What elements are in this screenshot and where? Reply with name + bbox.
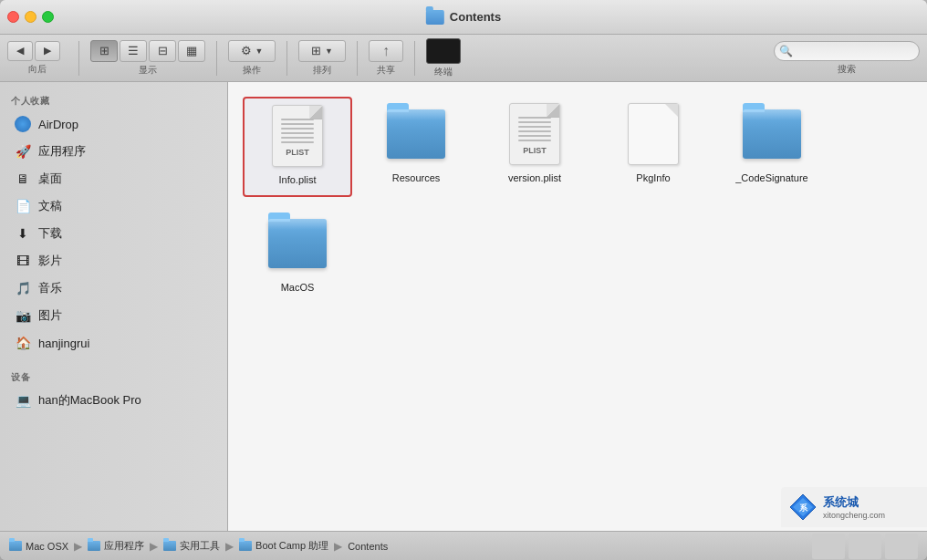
sidebar: 个人收藏 AirDrop 🚀 应用程序 🖥 桌面 xyxy=(0,82,228,531)
sidebar-devices-header: 设备 xyxy=(0,366,227,387)
sidebar-item-airdrop[interactable]: AirDrop xyxy=(4,111,224,137)
breadcrumb-bootcamp[interactable]: Boot Camp 助理 xyxy=(239,539,328,553)
sidebar-item-macbook[interactable]: 💻 han的MacBook Pro xyxy=(4,388,224,413)
minimize-button[interactable] xyxy=(25,11,36,23)
photos-icon: 📷 xyxy=(15,307,31,324)
sidebar-item-desktop[interactable]: 🖥 桌面 xyxy=(4,166,224,192)
file-icon-codesignature xyxy=(743,102,801,166)
fold-corner2 xyxy=(547,104,559,117)
breadcrumb-sep-2: ▶ xyxy=(150,540,158,553)
watermark-url: xitongcheng.com xyxy=(823,511,885,520)
maximize-button[interactable] xyxy=(42,11,54,23)
plist-badge: PLIST xyxy=(286,148,309,157)
file-icon-info-plist: PLIST xyxy=(268,104,327,168)
downloads-icon: ⬇ xyxy=(15,225,31,242)
file-item-info-plist[interactable]: PLIST Info.plist xyxy=(243,97,352,197)
view-list-btn[interactable]: ☰ xyxy=(120,40,147,62)
action-button[interactable]: ⚙ ▼ xyxy=(228,40,276,62)
terminal-group: 终端 xyxy=(426,38,461,78)
file-item-resources[interactable]: Resources xyxy=(361,97,471,197)
sidebar-item-downloads[interactable]: ⬇ 下载 xyxy=(4,221,224,246)
action-dropdown-icon: ▼ xyxy=(255,47,264,56)
breadcrumb-label-apps: 应用程序 xyxy=(104,539,144,553)
sidebar-item-apps[interactable]: 🚀 应用程序 xyxy=(4,139,224,164)
desktop-icon: 🖥 xyxy=(15,171,31,187)
finder-window: Contents ◀ ▶ 向后 ⊞ ☰ ⊟ ▦ 显示 ⚙ xyxy=(0,0,927,560)
sidebar-item-label: 桌面 xyxy=(38,171,62,187)
view-coverflow-btn[interactable]: ▦ xyxy=(178,40,205,62)
separator-2 xyxy=(216,41,217,76)
generic-pkginfo xyxy=(628,103,679,165)
thumb-1 xyxy=(812,534,845,559)
title-folder-icon xyxy=(426,10,444,25)
macbook-icon: 💻 xyxy=(15,392,31,409)
fold-corner xyxy=(309,106,322,119)
sidebar-item-movies[interactable]: 🎞 影片 xyxy=(4,248,224,274)
share-icon: ↑ xyxy=(382,43,390,59)
movies-icon: 🎞 xyxy=(15,253,31,269)
sidebar-item-label: hanjingrui xyxy=(38,337,89,350)
breadcrumb-label-contents: Contents xyxy=(348,541,388,552)
breadcrumb-sep-1: ▶ xyxy=(74,540,82,553)
main-content: 个人收藏 AirDrop 🚀 应用程序 🖥 桌面 xyxy=(0,82,927,531)
breadcrumb-contents[interactable]: Contents xyxy=(348,541,388,552)
view-column-btn[interactable]: ⊟ xyxy=(149,40,176,62)
toolbar: ◀ ▶ 向后 ⊞ ☰ ⊟ ▦ 显示 ⚙ ▼ 操作 xyxy=(0,35,927,82)
file-icon-version-plist: PLIST xyxy=(505,102,564,166)
breadcrumb-label-tools: 实用工具 xyxy=(180,539,220,553)
sidebar-item-label: 图片 xyxy=(38,307,62,324)
sidebar-item-hanjingrui[interactable]: 🏠 hanjingrui xyxy=(4,330,224,356)
action-group: ⚙ ▼ 操作 xyxy=(228,40,276,77)
folder-codesignature xyxy=(743,109,801,159)
watermark-text-block: 系统城 xitongcheng.com xyxy=(823,494,885,520)
sidebar-item-label: 文稿 xyxy=(38,198,62,214)
sidebar-item-label: han的MacBook Pro xyxy=(38,392,141,409)
window-title-area: Contents xyxy=(426,10,501,25)
home-icon: 🏠 xyxy=(15,335,31,351)
traffic-lights xyxy=(7,11,54,23)
breadcrumb-sep-4: ▶ xyxy=(334,540,342,553)
share-label: 共享 xyxy=(377,64,395,77)
sidebar-item-photos[interactable]: 📷 图片 xyxy=(4,303,224,328)
file-name-pkginfo: PkgInfo xyxy=(636,171,670,184)
arrange-icon: ⊞ xyxy=(311,44,321,57)
arrange-group: ⊞ ▼ 排列 xyxy=(298,40,346,77)
file-item-pkginfo[interactable]: PkgInfo xyxy=(599,97,708,197)
apps-icon: 🚀 xyxy=(15,143,31,160)
terminal-label: 终端 xyxy=(434,66,453,78)
sidebar-item-docs[interactable]: 📄 文稿 xyxy=(4,193,224,219)
share-button[interactable]: ↑ xyxy=(369,40,403,62)
search-input[interactable] xyxy=(774,41,920,61)
file-item-macos[interactable]: MacOS xyxy=(243,206,352,306)
close-button[interactable] xyxy=(7,11,19,23)
arrange-button[interactable]: ⊞ ▼ xyxy=(298,40,346,62)
file-item-version-plist[interactable]: PLIST version.plist xyxy=(480,97,589,197)
forward-button[interactable]: ▶ xyxy=(35,41,60,61)
separator-3 xyxy=(286,41,287,76)
file-item-codesignature[interactable]: _CodeSignature xyxy=(717,97,827,197)
breadcrumb-apps[interactable]: 应用程序 xyxy=(88,539,144,553)
view-icon-btn[interactable]: ⊞ xyxy=(90,40,118,62)
watermark-main-text: 系统城 xyxy=(823,494,885,511)
separator-1 xyxy=(78,41,79,76)
breadcrumb-folder-icon-2 xyxy=(88,541,100,551)
terminal-button[interactable] xyxy=(426,38,461,64)
status-bar: Mac OSX ▶ 应用程序 ▶ 实用工具 ▶ Boot Camp 助理 ▶ C… xyxy=(0,531,927,560)
status-bar-thumbnails xyxy=(812,534,918,559)
file-name-macos: MacOS xyxy=(281,281,315,294)
file-name-version-plist: version.plist xyxy=(508,171,561,184)
back-button[interactable]: ◀ xyxy=(7,41,33,61)
breadcrumb-macosx[interactable]: Mac OSX xyxy=(9,541,68,552)
view-label: 显示 xyxy=(139,64,157,77)
file-name-info-plist: Info.plist xyxy=(279,173,317,186)
thumb-2 xyxy=(849,534,881,559)
window-title: Contents xyxy=(450,10,501,24)
breadcrumb-sep-3: ▶ xyxy=(225,540,234,553)
watermark-logo: 系 xyxy=(788,493,818,522)
breadcrumb-tools[interactable]: 实用工具 xyxy=(163,539,220,553)
search-icon: 🔍 xyxy=(779,45,793,57)
gear-icon: ⚙ xyxy=(241,44,252,57)
title-bar: Contents xyxy=(0,0,927,35)
sidebar-item-music[interactable]: 🎵 音乐 xyxy=(4,275,224,301)
arrange-dropdown-icon: ▼ xyxy=(325,47,333,56)
